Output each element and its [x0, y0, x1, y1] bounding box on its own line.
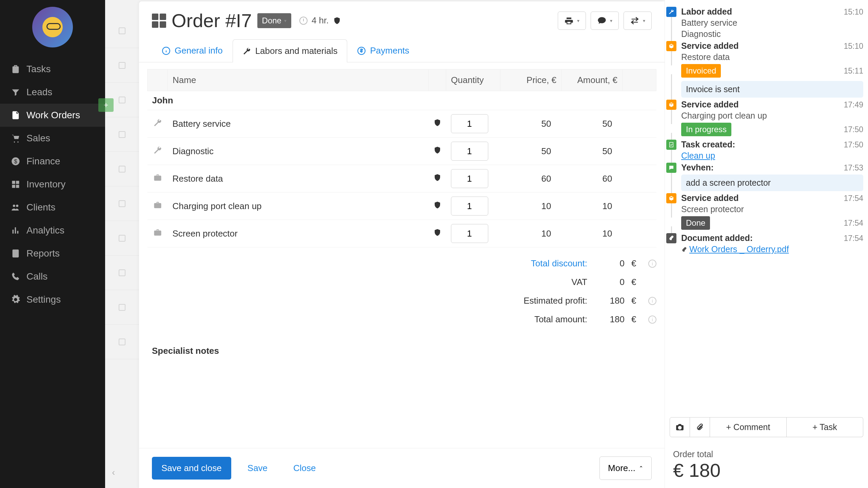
total-discount-value: 0 — [594, 258, 625, 269]
camera-button[interactable] — [670, 417, 690, 437]
sidebar-item-clients[interactable]: Clients — [0, 196, 105, 219]
sidebar-item-sales[interactable]: Sales — [0, 127, 105, 150]
row-checkbox[interactable] — [119, 269, 125, 276]
item-name: Battery service — [168, 110, 429, 138]
timeline-item: Invoiced15:11Invoice is sent — [665, 64, 863, 98]
profit-label: Estimated profit: — [524, 296, 587, 306]
box-icon — [666, 100, 676, 110]
row-checkbox[interactable] — [119, 62, 125, 69]
row-checkbox[interactable] — [119, 97, 125, 103]
tab-labors-and-materials[interactable]: Labors and materials — [233, 39, 348, 62]
comment-icon — [666, 163, 676, 173]
sidebar-item-inventory[interactable]: Inventory — [0, 173, 105, 196]
save-and-close-button[interactable]: Save and close — [152, 457, 231, 480]
amount-cell: 60 — [561, 165, 623, 192]
qr-icon[interactable] — [152, 14, 166, 28]
table-row[interactable]: Charging port clean up 10 10 — [147, 192, 656, 220]
add-order-button[interactable]: + — [98, 98, 114, 112]
row-checkbox[interactable] — [119, 200, 125, 207]
sidebar-item-reports[interactable]: Reports — [0, 242, 105, 265]
info-icon[interactable]: i — [648, 260, 656, 268]
order-title: Order #I7 — [172, 9, 252, 32]
tab-payments[interactable]: Payments — [347, 39, 419, 62]
status-badge: In progress — [681, 123, 731, 136]
table-row[interactable]: Restore data 60 60 — [147, 165, 656, 192]
wrench-icon — [666, 7, 676, 17]
item-name: Restore data — [168, 165, 429, 192]
attach-button[interactable] — [690, 417, 710, 437]
col-name: Name — [168, 69, 429, 91]
table-row[interactable]: Battery service 50 50 — [147, 110, 656, 138]
qty-input[interactable] — [451, 114, 488, 133]
order-total-value: € 180 — [673, 459, 860, 481]
row-checkbox[interactable] — [119, 166, 125, 172]
timeline-bubble: Invoice is sent — [681, 81, 863, 98]
timeline-item: Service added15:10Restore data — [665, 41, 863, 62]
total-discount-label[interactable]: Total discount: — [531, 258, 587, 269]
timeline-item: Labor added15:10Battery serviceDiagnosti… — [665, 7, 863, 39]
transfer-button[interactable]: ▾ — [624, 12, 652, 30]
sidebar-item-calls[interactable]: Calls — [0, 265, 105, 288]
col-qty: Quantity — [446, 69, 500, 91]
avatar[interactable] — [32, 7, 73, 47]
timeline-item: Document added:17:54Work Orders _ Orderr… — [665, 233, 863, 254]
item-name: Diagnostic — [168, 138, 429, 165]
chat-button[interactable]: ▾ — [591, 12, 619, 30]
row-checkbox[interactable] — [119, 235, 125, 242]
order-detail-panel: Order #I7 Done▾ 4 hr. ▾ ▾ — [139, 1, 665, 488]
timeline-link[interactable]: Work Orders _ Orderry.pdf — [689, 244, 789, 254]
timeline-item: Task created:17:50Clean up — [665, 140, 863, 161]
sidebar-item-leads[interactable]: Leads — [0, 81, 105, 104]
info-icon[interactable]: i — [648, 297, 656, 305]
specialist-notes-label: Specialist notes — [139, 336, 665, 360]
profit-value: 180 — [594, 296, 625, 306]
amount-cell: 50 — [561, 110, 623, 138]
vat-value: 0 — [594, 277, 625, 287]
more-button[interactable]: More...⌃ — [599, 456, 652, 480]
item-name: Screen protector — [168, 220, 429, 247]
qty-input[interactable] — [451, 169, 488, 188]
timeline-panel: Labor added15:10Battery serviceDiagnosti… — [665, 0, 868, 488]
table-row[interactable]: Screen protector 10 10 — [147, 220, 656, 247]
info-icon[interactable]: i — [648, 316, 656, 324]
sidebar-item-work-orders[interactable]: Work Orders — [0, 104, 105, 127]
sidebar-item-analytics[interactable]: Analytics — [0, 219, 105, 242]
price-cell: 10 — [500, 192, 561, 220]
save-button[interactable]: Save — [238, 457, 277, 480]
sidebar-item-finance[interactable]: $Finance — [0, 150, 105, 173]
qty-input[interactable] — [451, 224, 488, 243]
status-dropdown[interactable]: Done▾ — [257, 13, 291, 28]
print-button[interactable]: ▾ — [558, 12, 586, 30]
qty-input[interactable] — [451, 142, 488, 161]
clock-icon — [299, 17, 308, 25]
price-cell: 50 — [500, 138, 561, 165]
close-button[interactable]: Close — [284, 457, 325, 480]
price-cell: 10 — [500, 220, 561, 247]
status-badge: Invoiced — [681, 64, 721, 78]
add-task-button[interactable]: + Task — [787, 417, 863, 437]
table-row[interactable]: Diagnostic 50 50 — [147, 138, 656, 165]
briefcase-icon — [153, 173, 162, 182]
row-checkbox[interactable] — [119, 304, 125, 311]
timeline-link[interactable]: Clean up — [681, 151, 715, 160]
item-name: Charging port clean up — [168, 192, 429, 220]
timeline-item: Done17:54 — [665, 216, 863, 231]
tab-general-info[interactable]: General info — [152, 39, 233, 62]
wrench-icon — [153, 118, 162, 127]
sidebar: TasksLeadsWork OrdersSales$FinanceInvent… — [0, 0, 105, 488]
duration-text: 4 hr. — [312, 15, 329, 26]
check-icon — [666, 140, 676, 150]
add-comment-button[interactable]: + Comment — [710, 417, 787, 437]
sidebar-item-tasks[interactable]: Tasks — [0, 58, 105, 81]
col-amount: Amount, € — [561, 69, 623, 91]
prev-page-icon[interactable]: ‹ — [112, 467, 115, 478]
vat-label: VAT — [571, 277, 587, 287]
row-checkbox[interactable] — [119, 339, 125, 345]
row-checkbox[interactable] — [119, 131, 125, 138]
qty-input[interactable] — [451, 197, 488, 216]
col-price: Price, € — [500, 69, 561, 91]
briefcase-icon — [153, 228, 162, 237]
amount-cell: 10 — [561, 220, 623, 247]
row-checkbox[interactable] — [119, 27, 125, 34]
sidebar-item-settings[interactable]: Settings — [0, 288, 105, 311]
